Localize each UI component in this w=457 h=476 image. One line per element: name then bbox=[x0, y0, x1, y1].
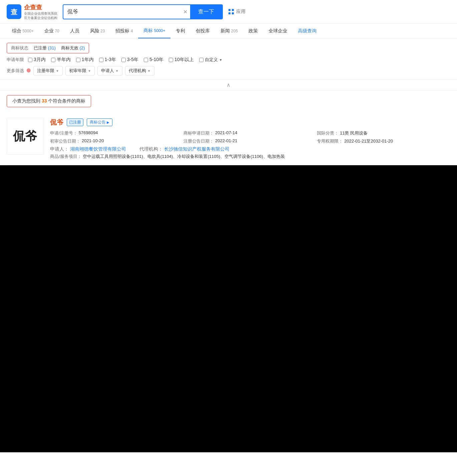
svg-rect-3 bbox=[232, 9, 234, 11]
applicant-link[interactable]: 湖南翊德餐饮管理有限公司 bbox=[70, 146, 126, 152]
tab-label: 招投标 bbox=[115, 28, 129, 33]
status-filter-row: 商标状态 已注册 (31) 商标无效 (2) bbox=[7, 43, 450, 53]
below-fold bbox=[0, 165, 457, 452]
time-1to3[interactable]: 1-3年 bbox=[99, 57, 116, 63]
tab-label: 人员 bbox=[70, 28, 79, 33]
exclusive-value: 2022-01-21至2032-01-20 bbox=[344, 138, 393, 144]
svg-rect-2 bbox=[229, 9, 231, 11]
info-applicant-row: 申请人： 湖南翊德餐饮管理有限公司 代理机构： 长沙驰信知识产权服务有限公司 bbox=[50, 146, 450, 152]
reg-year-dropdown[interactable]: 注册年限 ▼ bbox=[33, 66, 63, 75]
first-review-value: 2021-10-20 bbox=[82, 138, 104, 144]
logo-subtitle-line1: 全国企业信用查询系统 bbox=[24, 11, 57, 16]
collapse-button[interactable]: ∧ bbox=[226, 82, 231, 88]
tab-zhuanli[interactable]: 专利 bbox=[170, 24, 190, 38]
tab-zhengce[interactable]: 政策 bbox=[243, 24, 263, 38]
info-goods-row: 商品/服务项目： 空中运载工具用照明设备(1101)、电炊具(1104)、冷却设… bbox=[50, 154, 450, 160]
chevron-down-icon: ▼ bbox=[219, 58, 222, 62]
time-1year-check[interactable] bbox=[76, 58, 80, 62]
intl-class-label: 国际分类： bbox=[317, 130, 339, 136]
search-bar: ✕ 查一下 bbox=[63, 4, 223, 19]
agent-dropdown[interactable]: 代理机构 ▼ bbox=[125, 66, 154, 75]
info-grid: 申请/注册号： 57698094 商标申请日期： 2021-07-14 国际分类… bbox=[50, 130, 450, 144]
results-summary: 小查为您找到 33 个符合条件的商标 bbox=[7, 95, 91, 107]
badge-announcement[interactable]: 商标公告 bbox=[87, 118, 112, 126]
apps-label: 应用 bbox=[236, 9, 246, 15]
collapse-row: ∧ bbox=[0, 80, 457, 90]
time-1to3-check[interactable] bbox=[99, 58, 103, 62]
more-filters-label: 更多筛选 bbox=[7, 68, 24, 74]
info-reg-date: 注册公告日期： 2022-01-21 bbox=[183, 138, 317, 144]
tab-label: 高级查询 bbox=[298, 28, 317, 33]
time-1year[interactable]: 1年内 bbox=[76, 57, 94, 63]
first-review-dropdown[interactable]: 初审年限 ▼ bbox=[65, 66, 95, 75]
info-intl-class: 国际分类： 11类 民用设备 bbox=[317, 130, 450, 136]
tab-renyuan[interactable]: 人员 bbox=[65, 24, 85, 38]
intl-class-value: 11类 民用设备 bbox=[340, 130, 368, 136]
tab-gaoji[interactable]: 高级查询 bbox=[293, 24, 322, 38]
tab-zhaotou[interactable]: 招投标 4 bbox=[110, 24, 138, 38]
time-custom-check[interactable] bbox=[199, 58, 203, 62]
trademark-logo: 侃爷 bbox=[7, 118, 43, 155]
status-registered[interactable]: 已注册 (31) bbox=[34, 45, 56, 51]
search-input[interactable] bbox=[63, 6, 180, 17]
reg-date-label: 注册公告日期： bbox=[183, 138, 214, 144]
time-custom-dropdown[interactable]: 自定义 ▼ bbox=[199, 57, 222, 63]
tab-label: 商标 bbox=[143, 28, 153, 33]
search-button[interactable]: 查一下 bbox=[190, 5, 222, 19]
tab-count: 4 bbox=[129, 29, 133, 33]
tab-qiye[interactable]: 企业 70 bbox=[39, 24, 65, 38]
time-3to5[interactable]: 3-5年 bbox=[121, 57, 138, 63]
time-3month-check[interactable] bbox=[28, 58, 32, 62]
tab-label: 风险 bbox=[90, 28, 99, 33]
time-halfyear[interactable]: 半年内 bbox=[51, 57, 71, 63]
svg-rect-5 bbox=[232, 12, 234, 14]
badge-registered: 已注册 bbox=[67, 118, 83, 126]
logo-area: 查 企查查 全国企业信用查询系统 官方备案企业征信机构 bbox=[7, 3, 57, 20]
tab-count: 5000+ bbox=[21, 29, 34, 33]
chevron-down-icon: ▼ bbox=[56, 69, 59, 73]
time-3month[interactable]: 3月内 bbox=[28, 57, 46, 63]
vip-icon: 🅥 bbox=[27, 68, 31, 73]
tab-zonghe[interactable]: 综合 5000+ bbox=[7, 24, 39, 38]
status-filter-label: 商标状态 bbox=[11, 45, 28, 51]
tab-count: 70 bbox=[54, 29, 59, 33]
clear-icon[interactable]: ✕ bbox=[180, 9, 190, 15]
tab-shangbiao[interactable]: 商标 5000+ bbox=[138, 24, 170, 38]
exclusive-label: 专用权期限： bbox=[317, 138, 343, 144]
tab-count: 5000+ bbox=[153, 28, 165, 33]
chevron-down-icon: ▼ bbox=[88, 69, 91, 73]
tab-count: 23 bbox=[99, 29, 105, 33]
time-5to10[interactable]: 5-10年 bbox=[144, 57, 163, 63]
time-5to10-check[interactable] bbox=[144, 58, 148, 62]
tab-quanqiu[interactable]: 全球企业 bbox=[263, 24, 293, 38]
info-first-review: 初审公告日期： 2021-10-20 bbox=[50, 138, 183, 144]
logo-svg: 查 bbox=[7, 4, 21, 19]
time-10plus[interactable]: 10年以上 bbox=[169, 57, 194, 63]
tab-chuangtou[interactable]: 创投库 bbox=[190, 24, 215, 38]
results-suffix: 个符合条件的商标 bbox=[48, 98, 85, 103]
tab-xinwen[interactable]: 新闻 205 bbox=[215, 24, 243, 38]
goods-value: 空中运载工具用照明设备(1101)、电炊具(1104)、冷却设备和装置(1105… bbox=[83, 154, 285, 159]
status-invalid[interactable]: 商标无效 (2) bbox=[61, 45, 85, 51]
logo-name: 企查查 bbox=[24, 3, 57, 11]
tab-fengxian[interactable]: 风险 23 bbox=[85, 24, 110, 38]
time-3to5-check[interactable] bbox=[121, 58, 126, 62]
tab-label: 创投库 bbox=[196, 28, 210, 33]
chevron-down-icon: ▼ bbox=[147, 69, 151, 73]
time-10plus-check[interactable] bbox=[169, 58, 173, 62]
time-filter-row: 申请年限 3月内 半年内 1年内 1-3年 3-5年 bbox=[7, 57, 450, 63]
svg-text:查: 查 bbox=[10, 8, 17, 16]
apps-menu[interactable]: 应用 bbox=[228, 9, 246, 15]
apps-grid-icon bbox=[228, 9, 234, 15]
tab-count: 205 bbox=[230, 29, 238, 33]
results-prefix: 小查为您找到 bbox=[12, 98, 40, 103]
agent-link[interactable]: 长沙驰信知识产权服务有限公司 bbox=[164, 146, 230, 152]
time-filter-label: 申请年限 bbox=[7, 57, 24, 63]
trademark-name: 侃爷 bbox=[50, 118, 63, 127]
tab-label: 新闻 bbox=[220, 28, 230, 33]
time-halfyear-check[interactable] bbox=[51, 58, 55, 62]
reg-no-value: 57698094 bbox=[79, 130, 98, 136]
reg-no-label: 申请/注册号： bbox=[50, 130, 77, 136]
reg-date-value: 2022-01-21 bbox=[215, 138, 238, 144]
applicant-dropdown[interactable]: 申请人 ▼ bbox=[97, 66, 122, 75]
